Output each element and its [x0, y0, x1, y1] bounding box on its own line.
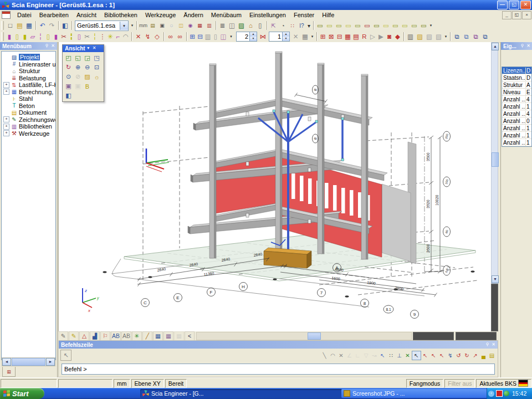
deformation-scale-spinner[interactable]: 2 ▲▼: [236, 32, 257, 42]
mdi-close-button[interactable]: ×: [522, 11, 531, 19]
edit-polygon[interactable]: ◇: [152, 32, 162, 42]
load-line[interactable]: ⊠: [327, 32, 335, 42]
tree-item[interactable]: ▥ Bibliotheken: [2, 123, 55, 130]
results-diagram[interactable]: ▟: [90, 331, 100, 341]
property-row[interactable]: Anzahl ... 4: [502, 96, 531, 103]
load-point[interactable]: ⊞: [319, 32, 327, 42]
copy-rotate[interactable]: ⧉: [471, 32, 480, 42]
frame-template-7[interactable]: ▭: [372, 21, 381, 30]
insert-member-7[interactable]: ▮: [52, 32, 60, 42]
toggle-panel[interactable]: ◧: [60, 21, 70, 30]
member-pair[interactable]: ╏: [68, 32, 75, 42]
insert-column[interactable]: ▮: [6, 32, 13, 42]
table-disabled[interactable]: ▦: [174, 331, 184, 341]
export-image[interactable]: ⇱: [269, 21, 278, 30]
clipping-box[interactable]: B: [83, 81, 92, 91]
tree-item[interactable]: ▦ Berechnung, FE-N: [2, 89, 55, 96]
labels-abc-add[interactable]: AB: [111, 331, 121, 341]
picture-gallery[interactable]: ▨: [237, 21, 246, 30]
member-break[interactable]: ⋮: [99, 32, 106, 42]
view-wizard[interactable]: ▨: [83, 72, 92, 81]
viewport-vertical-scrollbar[interactable]: ▲ ▼: [491, 42, 498, 284]
database[interactable]: ▥: [406, 32, 415, 42]
command-input[interactable]: Befehl >: [62, 364, 495, 375]
snap-arc-center[interactable]: ↺: [454, 351, 463, 360]
close-button[interactable]: ✕: [520, 1, 531, 9]
tree-item[interactable]: # Linienraster und G: [2, 61, 55, 68]
property-row[interactable]: Staatsn... D: [502, 74, 531, 81]
project-combobox-more[interactable]: ▾: [130, 21, 135, 30]
frames-more[interactable]: ▾: [428, 21, 433, 30]
mdi-minimize-button[interactable]: _: [502, 11, 511, 19]
model-3d-viewport[interactable]: 2840 2840 2840 2840 11360 4600 1600 1900…: [58, 42, 492, 331]
tree-item[interactable]: ⇊ Belastung: [2, 75, 55, 82]
frame-template-6[interactable]: ▭: [362, 21, 372, 30]
insert-member-6[interactable]: ▯: [44, 32, 52, 42]
scrollbar-thumb[interactable]: [12, 358, 45, 366]
chevron-down-icon[interactable]: ▾: [85, 45, 91, 52]
snap-perpendicular[interactable]: ∟: [354, 351, 362, 360]
frame-template-2[interactable]: ▭: [325, 21, 334, 30]
close-icon[interactable]: ✕: [490, 342, 497, 348]
member-bridge[interactable]: ⌐: [114, 32, 122, 42]
chevron-down-icon[interactable]: ▼: [120, 22, 128, 30]
load-rotation[interactable]: R: [360, 32, 369, 42]
view-cube[interactable]: ◧: [64, 91, 73, 100]
insert-beam[interactable]: ▯: [13, 32, 21, 42]
local-axes-flag[interactable]: ⚐: [100, 331, 110, 341]
pin-icon[interactable]: ⚲: [484, 342, 490, 348]
zoom-all[interactable]: ⊙: [64, 72, 73, 81]
scrollbar-thumb[interactable]: [308, 332, 321, 340]
open-library[interactable]: ▨: [415, 32, 424, 42]
snap-cross-green[interactable]: ✕: [403, 351, 412, 360]
blocks[interactable]: ▦: [300, 32, 310, 42]
menu-item[interactable]: Fenster: [290, 11, 318, 19]
view-toolbar-header[interactable]: Ansicht ▾ ✕: [63, 45, 104, 52]
spinner-down-icon[interactable]: ▼: [250, 37, 257, 41]
load-arrow-1[interactable]: ▷: [369, 32, 377, 42]
snap-line[interactable]: ╲: [320, 351, 329, 360]
select-lasso[interactable]: ◌: [167, 21, 176, 30]
property-row[interactable]: Anzahl ... 1: [502, 139, 531, 146]
restore-button[interactable]: ◱: [509, 1, 519, 9]
snap-delete[interactable]: ✕: [337, 351, 345, 360]
status-ucs[interactable]: Aktuelles BKS: [476, 379, 531, 388]
deformation-scale[interactable]: ⋈: [258, 32, 268, 42]
tree-item[interactable]: T Beton: [2, 103, 55, 110]
new-document[interactable]: □: [6, 21, 15, 30]
edit-node[interactable]: ✕: [134, 32, 143, 42]
property-row[interactable]: Anzahl ... 1: [502, 125, 531, 132]
library-more[interactable]: ▾: [443, 32, 448, 42]
panel-tab[interactable]: ⊞: [2, 367, 16, 377]
view-door[interactable]: ◫: [176, 21, 186, 30]
scroll-right-icon[interactable]: ►: [46, 358, 55, 366]
frame-template-11[interactable]: ▭: [410, 21, 419, 30]
close-icon[interactable]: ✕: [91, 45, 98, 52]
zoom-in[interactable]: ⊕: [73, 63, 83, 72]
snap-midpoint[interactable]: ↖: [429, 351, 438, 360]
link-members[interactable]: ∞: [175, 32, 185, 42]
zoom-window[interactable]: ⊡: [92, 63, 101, 72]
tray-icon-green[interactable]: [504, 391, 509, 396]
spinner-up-icon[interactable]: ▲: [283, 32, 289, 37]
tree-item[interactable]: ▤ Dokument: [2, 109, 55, 116]
status-plane[interactable]: Ebene XY: [131, 379, 164, 388]
cross-sections[interactable]: ▥: [204, 32, 212, 42]
tray-icon-red[interactable]: [496, 390, 503, 397]
frame-template-9[interactable]: ▭: [391, 21, 400, 30]
render-image[interactable]: ▣: [64, 81, 73, 91]
open-project[interactable]: ▤: [15, 21, 24, 30]
member-star[interactable]: ✳: [106, 32, 114, 42]
load-moment[interactable]: ◙: [385, 32, 393, 42]
export-more[interactable]: ▾: [306, 21, 311, 30]
undo[interactable]: ↶: [38, 21, 47, 30]
status-filter[interactable]: Filter aus: [444, 379, 475, 388]
axonometric[interactable]: △: [79, 331, 89, 341]
taskbar-item-scia[interactable]: Scia Engineer - [G...: [140, 389, 342, 398]
expander-icon[interactable]: [3, 116, 9, 122]
load-move[interactable]: ◆: [393, 32, 402, 42]
tree-item[interactable]: ✎ Zeichnungswerkz: [2, 116, 55, 124]
pin-icon[interactable]: ⚲: [44, 43, 50, 49]
status-snap-mode[interactable]: Fangmodus: [406, 379, 443, 388]
menu-item[interactable]: Einstellungen: [245, 11, 290, 19]
